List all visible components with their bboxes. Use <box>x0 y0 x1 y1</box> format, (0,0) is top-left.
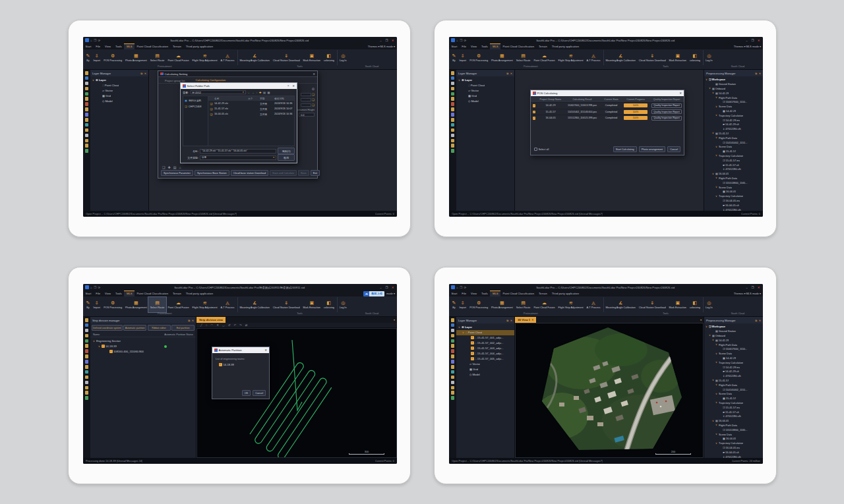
side-tool-icon[interactable] <box>85 396 89 400</box>
pos-table-row[interactable]: ✓ 15-41-57 114105402_115146.600.pos Comp… <box>531 109 684 115</box>
strip-division-view-tab[interactable]: Strip division view <box>196 317 226 323</box>
file-list-column-header[interactable]: 修改日期 <box>274 97 294 100</box>
file-row[interactable]: ❏16-04-05.slv文件夹2024/9/26 10:36 <box>208 111 294 117</box>
quality-report-link[interactable]: Quality Inspection Report <box>651 116 681 121</box>
ribbon-button[interactable]: ⇩Import <box>92 297 102 312</box>
side-tool-icon[interactable] <box>451 370 455 374</box>
checkbox[interactable]: ✓ <box>471 336 474 339</box>
dialog-button[interactable]: Save <box>298 170 309 176</box>
select-all[interactable]: Select all <box>534 148 549 151</box>
draw-tool-icon[interactable]: ↶ <box>233 323 236 327</box>
dialog-button[interactable]: Exit <box>311 170 320 176</box>
preproc-tree-item[interactable]: ✓▤ Ground Station <box>704 329 763 333</box>
nav-icon[interactable]: ▤ <box>263 91 266 94</box>
menu-item[interactable]: Third party application <box>549 43 581 49</box>
preproc-tree-item[interactable]: ✓▦ 16-04-05 <box>704 436 763 441</box>
side-tool-icon[interactable] <box>451 381 455 385</box>
preproc-tree-item[interactable]: ✓▰ 16-04-05.slt <box>704 450 763 455</box>
ribbon-button[interactable]: ▤Select Route <box>514 297 532 312</box>
ribbon-button[interactable]: ▣Mark Extraction <box>667 50 688 65</box>
side-tool-icon[interactable] <box>85 107 89 111</box>
sdm-tree-item[interactable]: ✓108160.400_111060.800 <box>90 349 196 354</box>
layer-tree-item[interactable]: ✓∴ 15-41-57_001_adju... <box>456 335 514 341</box>
cancel-button[interactable]: Cancel <box>253 390 266 396</box>
side-tool-icon[interactable] <box>85 381 89 385</box>
preproc-tree-item[interactable]: ∨✓▤ 16-04-05 <box>704 171 763 176</box>
ribbon-button[interactable]: ⇓Cloud Station Download <box>271 50 301 65</box>
ribbon-button[interactable]: ▣Mark Extraction <box>301 297 322 312</box>
float-panel-icon[interactable]: ⧉ <box>506 72 508 75</box>
quality-report-link[interactable]: Quality Inspection Report <box>651 103 681 108</box>
maximize-icon[interactable]: ❐ <box>384 286 389 289</box>
side-tool-icon[interactable] <box>85 329 89 333</box>
close-panel-icon[interactable]: ✕ <box>510 319 512 322</box>
ribbon-button[interactable]: ✎By <box>84 50 92 65</box>
ribbon-button[interactable]: ⇩Import <box>92 50 102 65</box>
ribbon-button[interactable]: ▤Select Route <box>514 50 532 65</box>
layer-tree-item[interactable]: ✓∴ 15-41-57_002_adju... <box>456 341 514 346</box>
checkbox[interactable]: ✓ <box>471 347 474 350</box>
path-field[interactable] <box>301 103 311 107</box>
preproc-tree-item[interactable]: ✓▰ 15-41-57.slt <box>704 410 763 414</box>
menu-item[interactable]: Tools <box>113 43 125 49</box>
side-tool-icon[interactable] <box>85 323 89 327</box>
side-tool-icon[interactable] <box>85 134 89 138</box>
dialog-close-icon[interactable]: ✕ <box>679 92 682 95</box>
preproc-tree-item[interactable]: ✓❐ 15-41-57.inv <box>704 158 763 163</box>
preproc-tree-item[interactable]: ∨✓Scene Data <box>704 144 763 149</box>
preproc-tree-item[interactable]: ∨✓Trajectory Calculation <box>704 194 763 198</box>
ribbon-button[interactable]: ∡Mounting Angle Calibration <box>603 297 637 312</box>
layer-tree-item[interactable]: ✓▱ Vector <box>90 88 148 94</box>
menu-item[interactable]: Terrain <box>537 43 550 49</box>
preproc-tree-item[interactable]: ✓⇓ 47012280.slh <box>704 455 763 458</box>
dialog-close-icon[interactable]: ✕ <box>313 72 315 76</box>
nav-icon[interactable]: ▦ <box>268 91 270 94</box>
preproc-tree-item[interactable]: ∨✓Flight Path Data <box>704 343 763 347</box>
preproc-tree-item[interactable]: ∨✓Flight Path Data <box>704 136 763 140</box>
tab-menu-icon[interactable]: ▾ <box>394 318 397 322</box>
side-tool-icon[interactable] <box>85 149 89 153</box>
minimize-icon[interactable]: – <box>378 39 383 42</box>
close-panel-icon[interactable]: ✕ <box>759 72 761 75</box>
side-tool-icon[interactable] <box>451 323 455 327</box>
ribbon-button[interactable]: ∡Mounting Angle Calibration <box>603 50 637 65</box>
preproc-tree-item[interactable]: ✓❐ 14-42-29.inv <box>704 118 763 123</box>
3d-view-tab[interactable]: 3D View 1✕ <box>515 317 536 323</box>
ribbon-button[interactable]: ◎Log In <box>337 50 348 65</box>
preproc-tree-item[interactable]: ∨✓Scene Data <box>704 104 763 109</box>
menu-item[interactable]: Point Cloud Classification <box>135 43 170 49</box>
close-panel-icon[interactable]: ✕ <box>192 319 194 322</box>
titlebar-tool-icon[interactable]: ⟳ <box>98 286 101 289</box>
place-item[interactable]: ❏CHPC2408 <box>183 103 208 109</box>
side-tool-icon[interactable] <box>85 113 89 117</box>
dialog-close-icon[interactable]: ✕ <box>264 349 267 352</box>
float-panel-icon[interactable]: ⧉ <box>140 72 142 75</box>
pos-table-row[interactable]: ✓ 14-42-29 110617600_111613.998.pos Comp… <box>531 102 684 109</box>
preproc-tree-item[interactable]: ∨✓Scene Data <box>704 391 763 396</box>
gear-icon[interactable]: ⚙ <box>312 87 315 91</box>
side-tool-icon[interactable] <box>85 144 89 148</box>
ribbon-button[interactable]: ⇓Cloud Station Download <box>271 297 301 312</box>
ribbon-button[interactable]: ✎By <box>84 297 92 312</box>
side-tool-icon[interactable] <box>451 360 455 364</box>
ribbon-button[interactable]: ☁Point Cloud Fusion <box>166 297 191 312</box>
dialog-button[interactable]: Synchronous Parameter <box>161 170 193 176</box>
ribbon-button[interactable]: ◎Log In <box>337 297 348 312</box>
checkbox[interactable]: ✓ <box>471 352 474 355</box>
preproc-tree-item[interactable]: ∨✓❏ Workspace <box>704 325 763 329</box>
file-name-input[interactable]: "14-42-29.slv" "15-41-57.slv" "16-04-05.… <box>200 149 276 154</box>
preproc-tree-item[interactable]: ∨✓▤ 14-42-29 <box>704 338 763 343</box>
side-tool-icon[interactable] <box>85 82 89 86</box>
titlebar-tool-icon[interactable]: ❐ <box>94 286 96 289</box>
nav-icon[interactable]: ✚ <box>259 91 262 94</box>
dialog-button[interactable]: Photo arrangement <box>639 146 666 152</box>
menu-right[interactable]: Themes ▾ MLS mode ▾ <box>368 43 397 49</box>
draw-tool-icon[interactable]: ⇄ <box>245 323 248 327</box>
layer-tree-item[interactable]: ✓▱ Vector <box>456 88 514 94</box>
menu-item[interactable]: Point Cloud Classification <box>500 43 536 49</box>
titlebar-tool-icon[interactable]: ⟳ <box>98 39 101 42</box>
side-tool-icon[interactable] <box>451 365 455 369</box>
dialog-close-icon[interactable]: ✕ <box>292 84 295 88</box>
menu-item[interactable]: Tools <box>479 43 491 49</box>
sdm-tree-item[interactable]: ∨✓Engineering Section <box>90 339 196 344</box>
